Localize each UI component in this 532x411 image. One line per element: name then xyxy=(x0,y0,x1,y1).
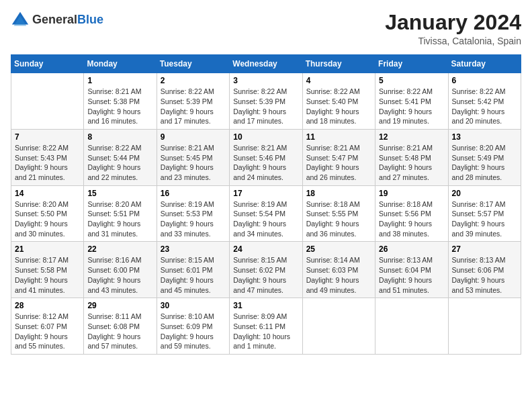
cell-week3-day4: 25Sunrise: 8:14 AM Sunset: 6:03 PM Dayli… xyxy=(302,242,375,298)
day-header-saturday: Saturday xyxy=(448,55,521,73)
day-header-tuesday: Tuesday xyxy=(157,55,229,73)
cell-week0-day5: 5Sunrise: 8:22 AM Sunset: 5:41 PM Daylig… xyxy=(375,73,448,130)
cell-content: Sunrise: 8:18 AM Sunset: 5:56 PM Dayligh… xyxy=(379,199,444,239)
cell-week4-day2: 30Sunrise: 8:10 AM Sunset: 6:09 PM Dayli… xyxy=(157,298,229,355)
cell-week0-day2: 2Sunrise: 8:22 AM Sunset: 5:39 PM Daylig… xyxy=(157,73,229,130)
day-header-sunday: Sunday xyxy=(11,55,84,73)
day-number: 23 xyxy=(161,244,226,254)
cell-week2-day3: 17Sunrise: 8:19 AM Sunset: 5:54 PM Dayli… xyxy=(230,185,302,242)
day-number: 3 xyxy=(233,76,298,85)
header: GeneralBlue January 2024 Tivissa, Catalo… xyxy=(11,11,521,46)
cell-content: Sunrise: 8:10 AM Sunset: 6:09 PM Dayligh… xyxy=(161,312,226,351)
cell-week4-day1: 29Sunrise: 8:11 AM Sunset: 6:08 PM Dayli… xyxy=(84,298,157,355)
cell-week0-day4: 4Sunrise: 8:22 AM Sunset: 5:40 PM Daylig… xyxy=(302,73,375,130)
cell-content: Sunrise: 8:17 AM Sunset: 5:58 PM Dayligh… xyxy=(15,255,80,295)
cell-content: Sunrise: 8:22 AM Sunset: 5:39 PM Dayligh… xyxy=(161,87,226,126)
cell-content: Sunrise: 8:17 AM Sunset: 5:57 PM Dayligh… xyxy=(452,199,517,239)
cell-week1-day3: 10Sunrise: 8:21 AM Sunset: 5:46 PM Dayli… xyxy=(230,129,302,185)
cell-week2-day1: 15Sunrise: 8:20 AM Sunset: 5:51 PM Dayli… xyxy=(84,185,157,242)
cell-content: Sunrise: 8:21 AM Sunset: 5:38 PM Dayligh… xyxy=(87,87,152,126)
cell-content: Sunrise: 8:22 AM Sunset: 5:43 PM Dayligh… xyxy=(15,143,80,183)
day-number: 31 xyxy=(233,301,298,310)
cell-content: Sunrise: 8:11 AM Sunset: 6:08 PM Dayligh… xyxy=(87,312,152,351)
cell-week0-day3: 3Sunrise: 8:22 AM Sunset: 5:39 PM Daylig… xyxy=(230,73,302,130)
cell-content: Sunrise: 8:22 AM Sunset: 5:41 PM Dayligh… xyxy=(379,87,444,126)
cell-week2-day5: 19Sunrise: 8:18 AM Sunset: 5:56 PM Dayli… xyxy=(375,185,448,242)
cell-content: Sunrise: 8:21 AM Sunset: 5:45 PM Dayligh… xyxy=(161,143,226,183)
day-number: 25 xyxy=(306,244,371,254)
day-number: 10 xyxy=(233,132,298,142)
logo-blue: Blue xyxy=(77,13,103,26)
day-number: 7 xyxy=(15,132,80,142)
cell-week3-day5: 26Sunrise: 8:13 AM Sunset: 6:04 PM Dayli… xyxy=(375,242,448,298)
day-number: 20 xyxy=(452,189,517,198)
day-number: 30 xyxy=(161,301,226,310)
cell-week1-day0: 7Sunrise: 8:22 AM Sunset: 5:43 PM Daylig… xyxy=(11,129,84,185)
calendar-table: SundayMondayTuesdayWednesdayThursdayFrid… xyxy=(11,54,521,355)
cell-week4-day3: 31Sunrise: 8:09 AM Sunset: 6:11 PM Dayli… xyxy=(230,298,302,355)
day-number: 1 xyxy=(87,76,152,85)
cell-week1-day5: 12Sunrise: 8:21 AM Sunset: 5:48 PM Dayli… xyxy=(375,129,448,185)
day-number: 27 xyxy=(452,244,517,254)
day-number: 11 xyxy=(306,132,371,142)
cell-content: Sunrise: 8:13 AM Sunset: 6:06 PM Dayligh… xyxy=(452,255,517,295)
day-number: 13 xyxy=(452,132,517,142)
cell-week1-day2: 9Sunrise: 8:21 AM Sunset: 5:45 PM Daylig… xyxy=(157,129,229,185)
location-title: Tivissa, Catalonia, Spain xyxy=(385,36,521,46)
header-row: SundayMondayTuesdayWednesdayThursdayFrid… xyxy=(11,55,521,73)
day-number: 12 xyxy=(379,132,444,142)
cell-week0-day1: 1Sunrise: 8:21 AM Sunset: 5:38 PM Daylig… xyxy=(84,73,157,130)
day-number: 26 xyxy=(379,244,444,254)
week-row-1: 7Sunrise: 8:22 AM Sunset: 5:43 PM Daylig… xyxy=(11,129,521,185)
logo-icon xyxy=(11,11,30,30)
cell-week1-day1: 8Sunrise: 8:22 AM Sunset: 5:44 PM Daylig… xyxy=(84,129,157,185)
week-row-3: 21Sunrise: 8:17 AM Sunset: 5:58 PM Dayli… xyxy=(11,242,521,298)
day-number: 18 xyxy=(306,189,371,198)
cell-week3-day1: 22Sunrise: 8:16 AM Sunset: 6:00 PM Dayli… xyxy=(84,242,157,298)
cell-content: Sunrise: 8:22 AM Sunset: 5:40 PM Dayligh… xyxy=(306,87,371,126)
day-number: 8 xyxy=(87,132,152,142)
title-area: January 2024 Tivissa, Catalonia, Spain xyxy=(385,11,521,46)
cell-week2-day6: 20Sunrise: 8:17 AM Sunset: 5:57 PM Dayli… xyxy=(448,185,521,242)
cell-week3-day0: 21Sunrise: 8:17 AM Sunset: 5:58 PM Dayli… xyxy=(11,242,84,298)
day-number: 29 xyxy=(87,301,152,310)
week-row-0: 1Sunrise: 8:21 AM Sunset: 5:38 PM Daylig… xyxy=(11,73,521,130)
cell-week1-day6: 13Sunrise: 8:20 AM Sunset: 5:49 PM Dayli… xyxy=(448,129,521,185)
cell-week3-day6: 27Sunrise: 8:13 AM Sunset: 6:06 PM Dayli… xyxy=(448,242,521,298)
cell-content: Sunrise: 8:15 AM Sunset: 6:01 PM Dayligh… xyxy=(161,255,226,295)
cell-content: Sunrise: 8:21 AM Sunset: 5:47 PM Dayligh… xyxy=(306,143,371,183)
cell-content: Sunrise: 8:15 AM Sunset: 6:02 PM Dayligh… xyxy=(233,255,298,295)
month-title: January 2024 xyxy=(385,11,521,34)
cell-week2-day4: 18Sunrise: 8:18 AM Sunset: 5:55 PM Dayli… xyxy=(302,185,375,242)
day-number: 2 xyxy=(161,76,226,85)
day-number: 17 xyxy=(233,189,298,198)
cell-week4-day6 xyxy=(448,298,521,355)
cell-content: Sunrise: 8:19 AM Sunset: 5:54 PM Dayligh… xyxy=(233,199,298,239)
cell-content: Sunrise: 8:20 AM Sunset: 5:51 PM Dayligh… xyxy=(87,199,152,239)
day-number: 4 xyxy=(306,76,371,85)
day-number: 19 xyxy=(379,189,444,198)
cell-content: Sunrise: 8:13 AM Sunset: 6:04 PM Dayligh… xyxy=(379,255,444,295)
day-header-thursday: Thursday xyxy=(302,55,375,73)
week-row-2: 14Sunrise: 8:20 AM Sunset: 5:50 PM Dayli… xyxy=(11,185,521,242)
cell-content: Sunrise: 8:20 AM Sunset: 5:49 PM Dayligh… xyxy=(452,143,517,183)
cell-week4-day5 xyxy=(375,298,448,355)
cell-content: Sunrise: 8:09 AM Sunset: 6:11 PM Dayligh… xyxy=(233,312,298,351)
cell-content: Sunrise: 8:19 AM Sunset: 5:53 PM Dayligh… xyxy=(161,199,226,239)
day-number: 5 xyxy=(379,76,444,85)
day-number: 21 xyxy=(15,244,80,254)
cell-week2-day0: 14Sunrise: 8:20 AM Sunset: 5:50 PM Dayli… xyxy=(11,185,84,242)
day-number: 14 xyxy=(15,189,80,198)
cell-content: Sunrise: 8:22 AM Sunset: 5:44 PM Dayligh… xyxy=(87,143,152,183)
day-number: 6 xyxy=(452,76,517,85)
cell-content: Sunrise: 8:22 AM Sunset: 5:39 PM Dayligh… xyxy=(233,87,298,126)
cell-week1-day4: 11Sunrise: 8:21 AM Sunset: 5:47 PM Dayli… xyxy=(302,129,375,185)
cell-week3-day3: 24Sunrise: 8:15 AM Sunset: 6:02 PM Dayli… xyxy=(230,242,302,298)
day-number: 16 xyxy=(161,189,226,198)
cell-week4-day0: 28Sunrise: 8:12 AM Sunset: 6:07 PM Dayli… xyxy=(11,298,84,355)
cell-content: Sunrise: 8:12 AM Sunset: 6:07 PM Dayligh… xyxy=(15,312,80,351)
cell-week0-day6: 6Sunrise: 8:22 AM Sunset: 5:42 PM Daylig… xyxy=(448,73,521,130)
cell-content: Sunrise: 8:16 AM Sunset: 6:00 PM Dayligh… xyxy=(87,255,152,295)
day-header-wednesday: Wednesday xyxy=(230,55,302,73)
cell-content: Sunrise: 8:21 AM Sunset: 5:46 PM Dayligh… xyxy=(233,143,298,183)
